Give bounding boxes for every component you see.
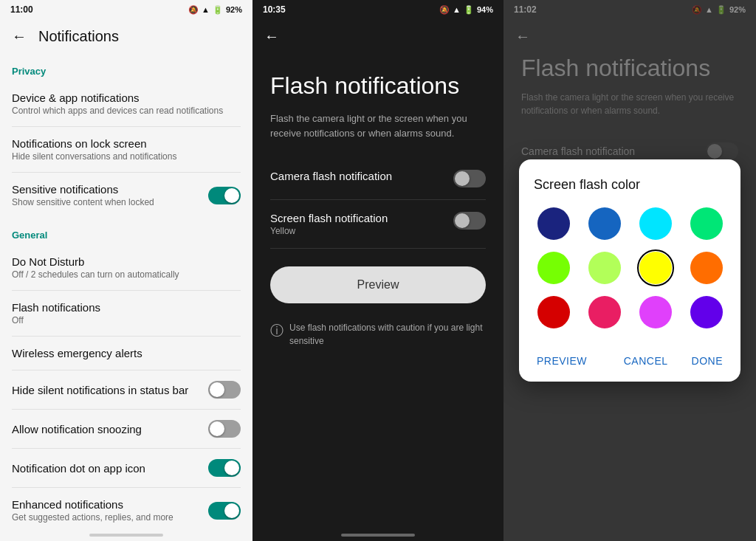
panel-flash: 10:35 🔕 ▲ 🔋 94% ← Flash notifications Fl… [252,0,504,541]
toggle-thumb [224,461,239,475]
color-grid [534,207,726,328]
dialog-preview-button[interactable]: Preview [534,349,590,373]
section-privacy: Privacy [0,54,252,81]
time-1: 11:00 [10,4,33,15]
status-icons-1: 🔕 ▲ 🔋 92% [188,5,242,15]
page-title-1: Notifications [38,28,119,45]
status-bar-1: 11:00 🔕 ▲ 🔋 92% [0,0,252,19]
wifi-icon: ▲ [202,5,210,14]
silent-icon-2: 🔕 [439,5,450,15]
panel-flash-dialog: 11:02 🔕 ▲ 🔋 92% ← Flash notifications Fl… [504,0,756,541]
panel-notifications: 11:00 🔕 ▲ 🔋 92% ← Notifications Privacy … [0,0,252,541]
nav-indicator-1 [89,534,163,537]
section-general: General [0,218,252,245]
dialog-title: Screen flash color [534,177,726,193]
flash-item-camera[interactable]: Camera flash notification [270,158,486,200]
info-row: ⓘ Use flash notifications with caution i… [270,321,486,359]
color-swatch-deep-purple[interactable] [690,296,723,328]
time-2: 10:35 [263,4,286,15]
color-swatch-blue[interactable] [588,207,621,240]
flash-content: Flash notifications Flash the camera lig… [252,54,504,529]
color-dialog: Screen flash color Preview [519,159,740,382]
status-bar-2: 10:35 🔕 ▲ 🔋 94% [252,0,504,19]
settings-item-sensitive[interactable]: Sensitive notifications Show sensitive c… [0,173,252,218]
settings-item-wireless[interactable]: Wireless emergency alerts [0,337,252,370]
toggle-thumb [455,171,470,186]
dialog-done-button[interactable]: Done [689,349,726,373]
battery-level-1: 92% [226,5,242,14]
back-button-1[interactable]: ← [12,28,27,45]
app-bar-1: ← Notifications [0,19,252,54]
toggle-thumb [224,503,239,518]
silent-icon: 🔕 [188,5,199,15]
toggle-thumb [210,382,224,397]
settings-item-snooze[interactable]: Allow notification snoozing [0,410,252,448]
toggle-thumb [224,188,239,203]
toggle-thumb [455,213,470,228]
settings-item-device-app[interactable]: Device & app notifications Control which… [0,81,252,126]
info-icon: ⓘ [270,322,284,340]
dialog-actions-right: Cancel Done [621,349,726,373]
settings-item-dnd[interactable]: Do Not Disturb Off / 2 schedules can tur… [0,245,252,290]
app-bar-2: ← [252,19,504,54]
preview-label: Preview [357,278,399,292]
flash-subtitle: Flash the camera light or the screen whe… [270,111,486,140]
toggle-snooze[interactable] [208,420,241,438]
flash-title: Flash notifications [270,72,486,100]
wifi-icon-2: ▲ [453,5,461,14]
settings-item-flash[interactable]: Flash notifications Off [0,291,252,336]
toggle-camera-flash[interactable] [453,170,486,187]
nav-indicator-2 [341,534,415,537]
toggle-thumb [210,421,224,436]
status-icons-2: 🔕 ▲ 🔋 94% [439,5,493,15]
settings-item-hide-silent[interactable]: Hide silent notifications in status bar [0,371,252,409]
dialog-overlay: Screen flash color Preview [504,0,756,541]
toggle-screen-flash[interactable] [453,212,486,230]
settings-item-lock-screen[interactable]: Notifications on lock screen Hide silent… [0,127,252,172]
settings-item-enhanced[interactable]: Enhanced notifications Get suggested act… [0,488,252,529]
toggle-sensitive[interactable] [208,187,241,204]
preview-button[interactable]: Preview [270,266,486,303]
dialog-actions: Preview Cancel Done [534,343,726,373]
battery-icon-2: 🔋 [464,5,474,15]
dialog-cancel-button[interactable]: Cancel [621,349,671,373]
battery-icon: 🔋 [213,5,223,15]
settings-list: Privacy Device & app notifications Contr… [0,54,252,529]
battery-level-2: 94% [477,5,493,14]
color-swatch-purple[interactable] [639,296,672,328]
toggle-dot[interactable] [208,459,241,477]
color-swatch-red[interactable] [537,296,570,328]
flash-item-screen[interactable]: Screen flash notification Yellow [270,200,486,249]
color-swatch-green[interactable] [690,207,723,240]
color-swatch-lime[interactable] [537,252,570,284]
color-swatch-orange[interactable] [690,252,723,284]
color-swatch-light-green[interactable] [588,252,621,284]
back-button-2[interactable]: ← [264,28,279,45]
toggle-enhanced[interactable] [208,502,241,520]
color-swatch-dark-blue[interactable] [537,207,570,240]
color-swatch-cyan[interactable] [639,207,672,240]
settings-item-dot[interactable]: Notification dot on app icon [0,449,252,487]
color-swatch-yellow[interactable] [639,252,672,284]
toggle-hide-silent[interactable] [208,381,241,399]
color-swatch-pink[interactable] [588,296,621,328]
info-text: Use flash notifications with caution if … [289,321,486,348]
